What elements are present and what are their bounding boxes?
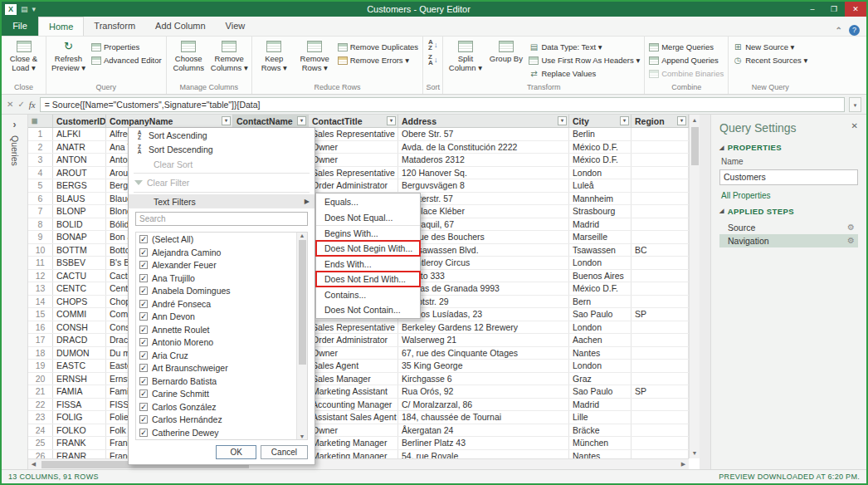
row-number[interactable]: 21 bbox=[28, 385, 53, 398]
cell-address[interactable]: 12, rue des Bouchers bbox=[398, 231, 569, 243]
filter-value-item[interactable]: ✓ Antonio Moreno bbox=[136, 336, 307, 349]
checkbox-checked-icon[interactable]: ✓ bbox=[139, 377, 148, 385]
row-number[interactable]: 17 bbox=[28, 334, 53, 346]
step-settings-gear-icon[interactable]: ⚙ bbox=[847, 236, 855, 245]
filter-value-item[interactable]: ✓ (Select All) bbox=[136, 233, 307, 246]
column-header-address[interactable]: Address▾ bbox=[398, 115, 569, 127]
cell-contacttitle[interactable]: Assistant Sales Agent bbox=[309, 411, 398, 424]
row-number[interactable]: 7 bbox=[28, 205, 53, 218]
quick-access-toolbar-icon[interactable]: ▤ bbox=[21, 5, 28, 13]
row-number[interactable]: 19 bbox=[28, 360, 53, 372]
applied-step[interactable]: Source ⚙ bbox=[719, 221, 858, 234]
column-header-customerid[interactable]: CustomerID▾ bbox=[53, 115, 106, 127]
filter-value-item[interactable]: ✓ Carlos González bbox=[136, 400, 307, 414]
ribbon-tab[interactable]: Home bbox=[38, 17, 84, 36]
cell-city[interactable]: México D.F. bbox=[569, 154, 631, 166]
cell-city[interactable]: Graz bbox=[569, 373, 631, 385]
commit-formula-icon[interactable]: ✓ bbox=[17, 100, 24, 109]
checkbox-checked-icon[interactable]: ✓ bbox=[139, 287, 148, 295]
cell-customerid[interactable]: FRANK bbox=[53, 437, 106, 449]
sort-ascending-menu-item[interactable]: AZ Sort Ascending bbox=[129, 128, 315, 142]
column-header-region[interactable]: Region▾ bbox=[631, 115, 689, 127]
grid-corner-cell[interactable]: ▦ bbox=[28, 115, 53, 127]
cell-region[interactable] bbox=[631, 193, 689, 205]
cell-region[interactable] bbox=[631, 154, 689, 166]
cell-city[interactable]: Mannheim bbox=[569, 193, 631, 205]
remove-duplicates-button[interactable]: Remove Duplicates bbox=[336, 41, 420, 53]
cell-address[interactable]: 24, place Kléber bbox=[398, 205, 569, 218]
cell-city[interactable]: Tsawassen bbox=[569, 244, 631, 257]
scroll-down-icon[interactable]: ▼ bbox=[297, 434, 308, 439]
cell-city[interactable]: Berlin bbox=[569, 128, 631, 140]
cell-region[interactable]: SP bbox=[631, 385, 689, 398]
cell-region[interactable]: BC bbox=[631, 244, 689, 257]
merge-queries-button[interactable]: Merge Queries bbox=[647, 41, 725, 53]
cell-region[interactable] bbox=[631, 411, 689, 424]
cell-address[interactable]: Forsterstr. 57 bbox=[398, 193, 569, 205]
cell-address[interactable]: C/ Moralzarzal, 86 bbox=[398, 399, 569, 411]
cell-city[interactable]: Madrid bbox=[569, 218, 631, 231]
cell-region[interactable] bbox=[631, 218, 689, 231]
cell-contacttitle[interactable]: Owner bbox=[309, 141, 398, 154]
excel-app-icon[interactable]: X bbox=[5, 4, 17, 15]
filter-arrow-icon[interactable]: ▾ bbox=[620, 116, 629, 125]
row-number[interactable]: 10 bbox=[28, 244, 53, 257]
ribbon-collapse-icon[interactable]: ⌃ bbox=[836, 26, 842, 35]
cell-customerid[interactable]: BOTTM bbox=[53, 244, 106, 257]
cell-city[interactable]: México D.F. bbox=[569, 141, 631, 154]
cell-customerid[interactable]: CONSH bbox=[53, 321, 106, 334]
cell-customerid[interactable]: DUMON bbox=[53, 347, 106, 360]
cell-city[interactable]: London bbox=[569, 360, 631, 372]
text-filter-menu-item[interactable]: Begins With... bbox=[316, 225, 420, 241]
text-filter-menu-item[interactable]: Does Not Equal... bbox=[316, 210, 420, 226]
cell-customerid[interactable]: AROUT bbox=[53, 167, 106, 179]
cell-contacttitle[interactable]: Accounting Manager bbox=[309, 399, 398, 411]
cell-address[interactable]: Mataderos 2312 bbox=[398, 154, 569, 166]
checkbox-checked-icon[interactable]: ✓ bbox=[139, 326, 148, 334]
filter-value-item[interactable]: ✓ Annette Roulet bbox=[136, 323, 307, 336]
row-number[interactable]: 6 bbox=[28, 193, 53, 205]
cell-customerid[interactable]: DRACD bbox=[53, 334, 106, 346]
text-filter-menu-item[interactable]: Equals... bbox=[316, 194, 420, 210]
checkbox-checked-icon[interactable]: ✓ bbox=[139, 364, 148, 372]
row-number[interactable]: 1 bbox=[28, 128, 53, 140]
filter-value-item[interactable]: ✓ Ann Devon bbox=[136, 310, 307, 323]
text-filter-menu-item[interactable]: Ends With... bbox=[316, 256, 420, 272]
refresh-preview-button[interactable]: ↻ Refresh Preview ▾ bbox=[49, 38, 88, 81]
row-number[interactable]: 12 bbox=[28, 270, 53, 282]
row-number[interactable]: 11 bbox=[28, 257, 53, 269]
cell-city[interactable]: Buenos Aires bbox=[569, 270, 631, 282]
cell-address[interactable]: Av. dos Lusíadas, 23 bbox=[398, 308, 569, 321]
cell-address[interactable]: Fauntleroy Circus bbox=[398, 257, 569, 269]
cell-customerid[interactable]: FISSA bbox=[53, 399, 106, 411]
cell-address[interactable]: 35 King George bbox=[398, 360, 569, 372]
cell-address[interactable]: Åkergatan 24 bbox=[398, 424, 569, 437]
filter-search-input[interactable] bbox=[135, 212, 308, 226]
cell-city[interactable]: London bbox=[569, 257, 631, 269]
cell-contacttitle[interactable]: Sales Representative bbox=[309, 128, 398, 140]
cell-contacttitle[interactable]: Sales Representative bbox=[309, 167, 398, 179]
cell-address[interactable]: C/ Araquil, 67 bbox=[398, 218, 569, 231]
cell-contacttitle[interactable]: Order Administrator bbox=[309, 179, 398, 192]
filter-value-item[interactable]: ✓ Christina Berglund bbox=[136, 438, 307, 440]
advanced-editor-button[interactable]: Advanced Editor bbox=[90, 54, 163, 66]
column-header-contacttitle[interactable]: ContactTitle▾ bbox=[309, 115, 398, 127]
ok-button[interactable]: OK bbox=[216, 445, 256, 459]
cell-region[interactable]: SP bbox=[631, 308, 689, 321]
sort-descending-button[interactable]: ZA↓ bbox=[426, 53, 440, 66]
replace-values-button[interactable]: ⇄ Replace Values bbox=[527, 67, 641, 80]
cell-contacttitle[interactable]: Owner bbox=[309, 347, 398, 360]
row-number[interactable]: 20 bbox=[28, 373, 53, 385]
filter-value-item[interactable]: ✓ André Fonseca bbox=[136, 297, 307, 311]
remove-columns-button[interactable]: Remove Columns ▾ bbox=[210, 38, 249, 81]
text-filter-menu-item[interactable]: Does Not Begin With... bbox=[316, 241, 420, 257]
row-number[interactable]: 5 bbox=[28, 179, 53, 192]
checkbox-checked-icon[interactable]: ✓ bbox=[139, 415, 148, 424]
use-first-row-as-headers-button[interactable]: Use First Row As Headers ▾ bbox=[527, 54, 641, 66]
filter-value-item[interactable]: ✓ Carine Schmitt bbox=[136, 387, 307, 400]
cell-customerid[interactable]: COMMI bbox=[53, 308, 106, 321]
row-number[interactable]: 16 bbox=[28, 321, 53, 334]
checkbox-checked-icon[interactable]: ✓ bbox=[139, 248, 148, 257]
checkbox-checked-icon[interactable]: ✓ bbox=[139, 300, 148, 308]
cell-address[interactable]: Berguvsvägen 8 bbox=[398, 179, 569, 192]
